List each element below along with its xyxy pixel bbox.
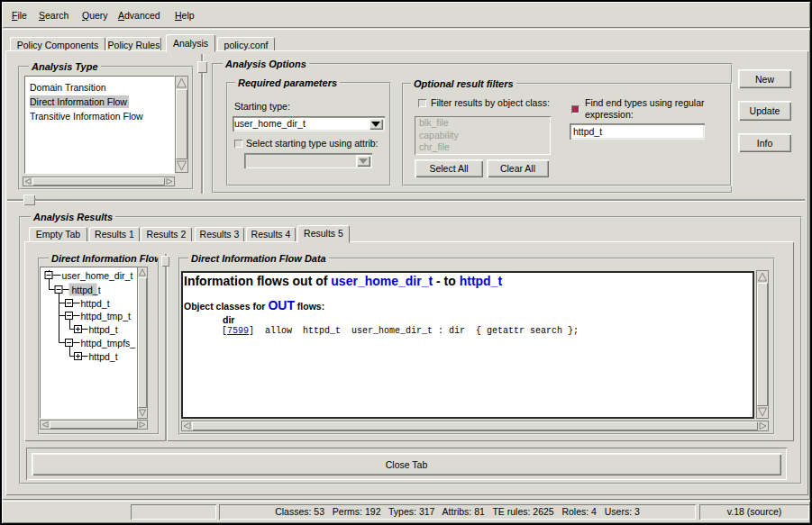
svg-text:httpd_tmp_t: httpd_tmp_t [81, 311, 132, 321]
svg-text:httpd_t: httpd_t [89, 324, 118, 335]
svg-text:httpd_t: httpd_t [81, 298, 110, 309]
svg-text:httpd_t: httpd_t [89, 351, 118, 362]
svg-text:httpd_t: httpd_t [72, 285, 101, 295]
svg-text:httpd_tmpfs_: httpd_tmpfs_ [81, 338, 136, 348]
svg-text:user_home_dir_t: user_home_dir_t [62, 270, 133, 281]
